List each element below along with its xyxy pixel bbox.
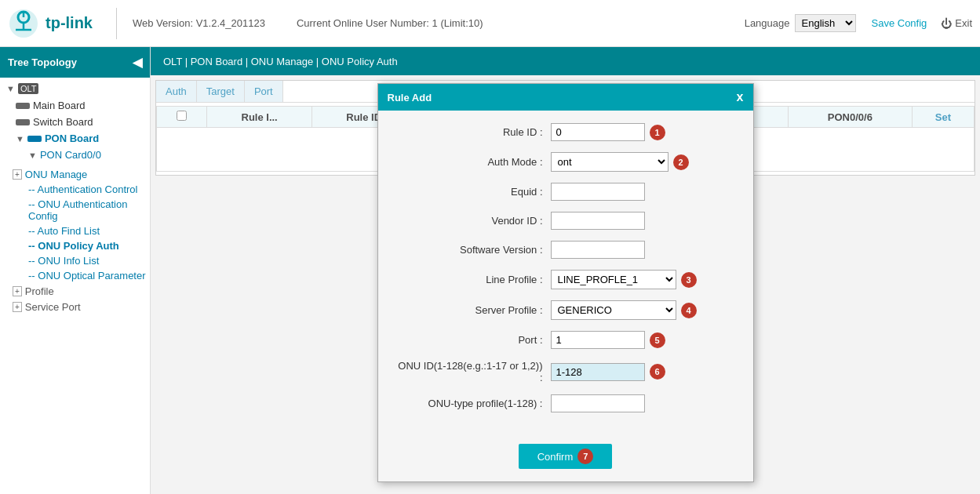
onu-policy-auth-item[interactable]: -- ONU Policy Auth	[22, 238, 150, 253]
sidebar-collapse-button[interactable]: ◀	[133, 55, 142, 70]
content-area: OLT | PON Board | ONU Manage | ONU Polic…	[151, 47, 980, 494]
tree-dash: --	[28, 270, 38, 282]
onu-id-control: 6	[551, 363, 738, 381]
auth-control-label: Authentication Control	[38, 183, 138, 195]
step-1-badge: 1	[650, 125, 665, 140]
modal-overlay: Rule Add x Rule ID : 1	[151, 75, 980, 494]
equid-row: Equid :	[394, 183, 738, 201]
profile-item[interactable]: + Profile	[0, 283, 150, 299]
port-input[interactable]	[551, 331, 645, 349]
confirm-button[interactable]: Confirm 7	[519, 444, 613, 469]
server-profile-select[interactable]: GENERICO DEFAULT	[551, 300, 676, 320]
language-select[interactable]: English Chinese	[795, 14, 856, 32]
equid-label: Equid :	[394, 186, 551, 198]
rule-id-label: Rule ID :	[394, 126, 551, 138]
exit-label: Exit	[955, 17, 972, 29]
pon-card-item[interactable]: ▼ PON Card0/0	[0, 147, 150, 163]
step-7-badge: 7	[577, 449, 593, 464]
software-version-input[interactable]	[551, 241, 645, 259]
language-selector: Language English Chinese Save Config ⏻ E…	[745, 14, 972, 32]
tree-dash: --	[28, 183, 38, 195]
main-board-label: Main Board	[33, 100, 85, 111]
line-profile-row: Line Profile : LINE_PROFLE_1 LINE_PROFLE…	[394, 270, 738, 289]
expand-icon: ▼	[6, 84, 15, 93]
breadcrumb-text: OLT | PON Board | ONU Manage | ONU Polic…	[163, 56, 398, 67]
onu-type-profile-control	[551, 394, 738, 412]
main-layout: Tree Topology ◀ ▼ OLT Main Board Switch …	[0, 47, 980, 494]
pon-board-item[interactable]: ▼ PON Board	[0, 130, 150, 147]
language-label: Language	[745, 17, 790, 29]
modal-footer: Confirm 7	[378, 436, 753, 481]
logo-text: tp-link	[46, 14, 93, 32]
onu-auth-config-label: ONU Authentication Config	[28, 198, 127, 222]
onu-optical-param-label: ONU Optical Parameter	[38, 270, 145, 282]
confirm-label: Confirm	[537, 451, 574, 463]
step-5-badge: 5	[650, 332, 665, 348]
equid-input[interactable]	[551, 183, 645, 201]
expand-icon: ▼	[16, 134, 24, 143]
sidebar-header: Tree Topology ◀	[0, 47, 150, 78]
onu-manage-label[interactable]: ONU Manage	[25, 169, 87, 180]
software-version-control	[551, 241, 738, 259]
modal-body: Rule ID : 1 Auth Mode : ont	[378, 111, 753, 436]
auto-find-list-label: Auto Find List	[38, 225, 100, 237]
sidebar-title: Tree Topology	[8, 56, 77, 68]
rule-id-input[interactable]	[551, 123, 645, 141]
plus-icon: +	[13, 302, 22, 312]
server-profile-row: Server Profile : GENERICO DEFAULT 4	[394, 300, 738, 320]
onu-type-profile-input[interactable]	[551, 394, 645, 412]
online-users: Current Online User Number: 1 (Limit:10)	[297, 17, 483, 29]
olt-label: OLT	[18, 83, 39, 94]
service-port-label: Service Port	[25, 301, 81, 313]
header-divider	[116, 8, 117, 39]
tree-dash: --	[28, 240, 38, 252]
step-4-badge: 4	[681, 303, 697, 318]
modal-close-button[interactable]: x	[737, 90, 744, 104]
onu-type-profile-row: ONU-type profile(1-128) :	[394, 394, 738, 412]
main-board-item[interactable]: Main Board	[0, 97, 150, 114]
olt-root[interactable]: ▼ OLT	[0, 80, 150, 97]
tree-dash: --	[28, 198, 38, 210]
modal-header: Rule Add x	[378, 84, 753, 111]
switch-board-label: Switch Board	[33, 116, 93, 128]
vendor-id-row: Vendor ID :	[394, 212, 738, 230]
auth-mode-control: ont mac sn 2	[551, 152, 738, 172]
step-3-badge: 3	[681, 272, 697, 288]
onu-id-row: ONU ID(1-128(e.g.:1-17 or 1,2)) : 6	[394, 360, 738, 383]
page-content: ForoISP Auth Target Port	[151, 75, 980, 494]
breadcrumb: OLT | PON Board | ONU Manage | ONU Polic…	[151, 47, 980, 75]
plus-icon: +	[13, 286, 22, 296]
line-profile-label: Line Profile :	[394, 274, 551, 285]
auto-find-list-item[interactable]: -- Auto Find List	[22, 223, 150, 238]
auth-mode-row: Auth Mode : ont mac sn 2	[394, 152, 738, 172]
pon-card-label: PON Card0/0	[40, 149, 101, 161]
onu-auth-config-item[interactable]: -- ONU Authentication Config	[22, 197, 150, 223]
onu-policy-auth-label: ONU Policy Auth	[38, 240, 119, 252]
device-icon	[27, 136, 42, 142]
software-version-label: Software Version :	[394, 244, 551, 256]
auth-control-item[interactable]: -- Authentication Control	[22, 182, 150, 197]
onu-id-input[interactable]	[551, 363, 645, 381]
onu-info-list-label: ONU Info List	[38, 255, 99, 267]
logo: tp-link	[8, 8, 93, 39]
equid-control	[551, 183, 738, 201]
line-profile-select[interactable]: LINE_PROFLE_1 LINE_PROFLE_2	[551, 270, 676, 289]
save-config-button[interactable]: Save Config	[872, 17, 927, 29]
exit-button[interactable]: ⏻ Exit	[941, 17, 972, 30]
web-version: Web Version: V1.2.4_201123	[133, 17, 265, 29]
tree-dash: --	[28, 255, 38, 267]
logo-icon	[8, 8, 39, 39]
rule-add-modal: Rule Add x Rule ID : 1	[377, 83, 754, 482]
vendor-id-control	[551, 212, 738, 230]
server-profile-control: GENERICO DEFAULT 4	[551, 300, 738, 320]
service-port-item[interactable]: + Service Port	[0, 299, 150, 314]
onu-info-list-item[interactable]: -- ONU Info List	[22, 253, 150, 268]
switch-board-item[interactable]: Switch Board	[0, 114, 150, 130]
server-profile-label: Server Profile :	[394, 304, 551, 316]
onu-manage-parent: + ONU Manage	[0, 165, 150, 182]
onu-optical-param-item[interactable]: -- ONU Optical Parameter	[22, 268, 150, 283]
auth-mode-select[interactable]: ont mac sn	[551, 152, 669, 172]
port-row: Port : 5	[394, 331, 738, 349]
step-6-badge: 6	[650, 364, 665, 380]
vendor-id-input[interactable]	[551, 212, 645, 230]
